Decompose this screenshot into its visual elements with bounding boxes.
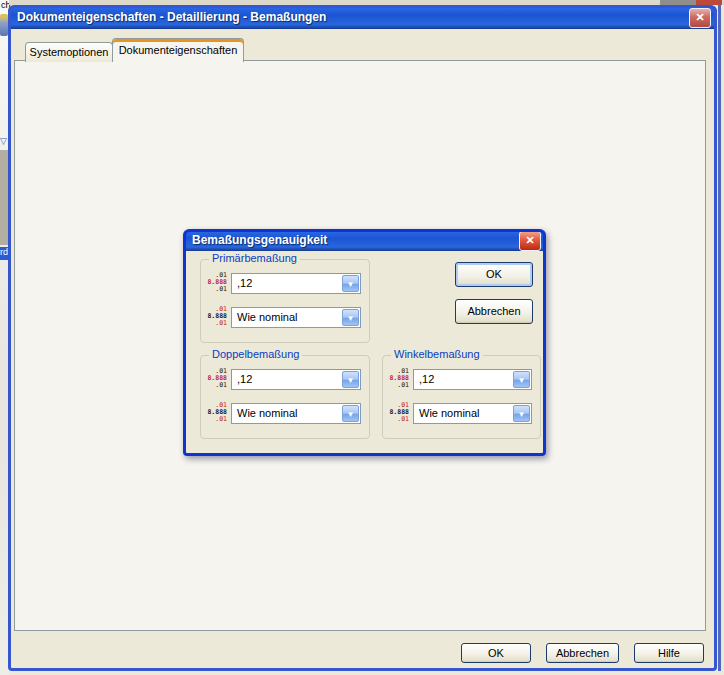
tab-label: Dokumenteigenschaften [113,39,243,62]
precision-icon: .018.888.01 [203,368,227,389]
filter-funnel-icon: ▽ [0,137,7,146]
dialog-title: Dokumenteigenschaften - Detaillierung - … [8,5,326,29]
chevron-down-icon[interactable]: ▾ [342,371,359,388]
chevron-down-icon[interactable]: ▾ [342,275,359,292]
tolerance-precision-icon: .018.888.01 [203,306,227,327]
chevron-down-icon[interactable]: ▾ [513,371,530,388]
chevron-down-icon[interactable]: ▾ [342,309,359,326]
modal-ok-button[interactable]: OK [455,262,533,287]
ok-button[interactable]: OK [461,643,531,663]
precision-icon: .018.888.01 [385,368,409,389]
angle-precision-dropdown[interactable]: ,12 ▾ [413,369,532,390]
modal-titlebar[interactable]: Bemaßungsgenauigkeit ✕ [183,229,546,251]
group-title: Primärbemaßung [209,252,300,265]
printer-icon [0,14,8,36]
tolerance-precision-icon: .018.888.01 [203,402,227,423]
precision-icon: .018.888.01 [203,272,227,293]
angle-dimension-precision-group: Winkelbemaßung .018.888.01 ,12 ▾ .018.88… [382,355,541,439]
tab-dokumenteigenschaften[interactable]: Dokumenteigenschaften [112,38,244,62]
chevron-down-icon[interactable]: ▾ [342,405,359,422]
dual-precision-dropdown[interactable]: ,12 ▾ [231,369,361,390]
group-title: Winkelbemaßung [391,348,483,361]
primary-tolerance-dropdown[interactable]: Wie nominal ▾ [231,307,361,328]
angle-tolerance-dropdown[interactable]: Wie nominal ▾ [413,403,532,424]
chevron-down-icon[interactable]: ▾ [513,405,530,422]
modal-title: Bemaßungsgenauigkeit [183,228,327,252]
dual-tolerance-dropdown[interactable]: Wie nominal ▾ [231,403,361,424]
tolerance-precision-icon: .018.888.01 [385,402,409,423]
tab-systemoptionen[interactable]: Systemoptionen [25,42,113,62]
dual-dimension-precision-group: Doppelbemaßung .018.888.01 ,12 ▾ .018.88… [200,355,370,439]
modal-cancel-button[interactable]: Abbrechen [455,299,533,324]
tab-label: Systemoptionen [26,43,112,62]
group-title: Doppelbemaßung [209,348,302,361]
help-button[interactable]: Hilfe [634,643,704,663]
background-window-border [718,5,721,671]
cancel-button[interactable]: Abbrechen [546,643,619,663]
close-icon[interactable]: ✕ [689,8,711,28]
primary-precision-dropdown[interactable]: ,12 ▾ [231,273,361,294]
bemassungsgenauigkeit-dialog: Bemaßungsgenauigkeit ✕ Primärbemaßung .0… [183,229,546,456]
close-icon[interactable]: ✕ [519,231,541,251]
dialog-titlebar[interactable]: Dokumenteigenschaften - Detaillierung - … [8,5,717,29]
screen: ch ▽ rd Dokumenteigenschaften - Detailli… [0,0,724,675]
primary-dimension-group: Primärbemaßung .018.888.01 ,12 ▾ .018.88… [200,259,370,343]
